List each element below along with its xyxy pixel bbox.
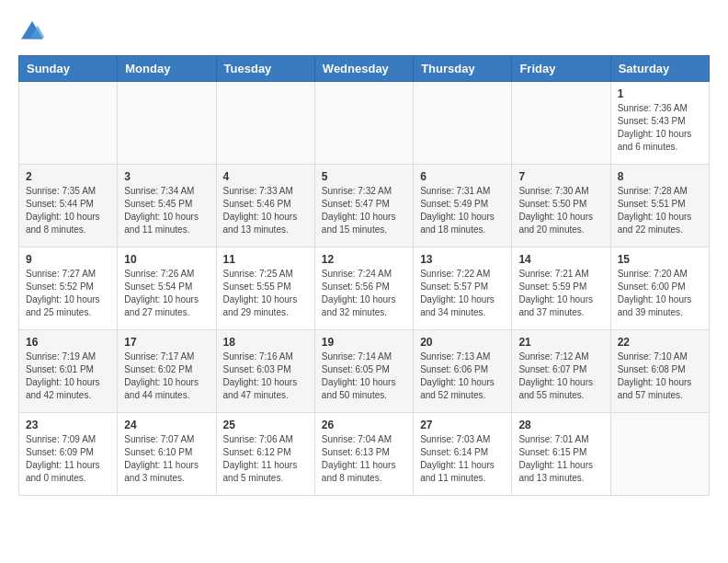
weekday-header-monday: Monday <box>118 56 216 82</box>
logo-icon <box>18 18 46 46</box>
day-number: 3 <box>124 170 209 183</box>
day-number: 4 <box>223 170 308 183</box>
day-info: Sunrise: 7:24 AM Sunset: 5:56 PM Dayligh… <box>322 268 406 319</box>
calendar-cell: 19Sunrise: 7:14 AM Sunset: 6:05 PM Dayli… <box>314 330 413 413</box>
calendar-week-3: 9Sunrise: 7:27 AM Sunset: 5:52 PM Daylig… <box>19 247 710 330</box>
day-number: 19 <box>322 336 406 349</box>
calendar-cell: 11Sunrise: 7:25 AM Sunset: 5:55 PM Dayli… <box>216 247 314 330</box>
day-info: Sunrise: 7:32 AM Sunset: 5:47 PM Dayligh… <box>322 185 406 236</box>
day-info: Sunrise: 7:27 AM Sunset: 5:52 PM Dayligh… <box>26 268 110 319</box>
day-info: Sunrise: 7:03 AM Sunset: 6:14 PM Dayligh… <box>420 433 505 485</box>
day-info: Sunrise: 7:25 AM Sunset: 5:55 PM Dayligh… <box>223 268 308 319</box>
calendar-cell <box>512 82 610 165</box>
calendar-cell: 9Sunrise: 7:27 AM Sunset: 5:52 PM Daylig… <box>19 247 118 330</box>
calendar-cell: 6Sunrise: 7:31 AM Sunset: 5:49 PM Daylig… <box>414 165 512 247</box>
calendar-cell: 12Sunrise: 7:24 AM Sunset: 5:56 PM Dayli… <box>314 247 413 330</box>
calendar-cell: 1Sunrise: 7:36 AM Sunset: 5:43 PM Daylig… <box>610 82 709 165</box>
day-number: 21 <box>518 336 603 349</box>
day-number: 27 <box>420 419 505 431</box>
day-info: Sunrise: 7:12 AM Sunset: 6:07 PM Dayligh… <box>518 350 603 402</box>
calendar-cell: 27Sunrise: 7:03 AM Sunset: 6:14 PM Dayli… <box>414 413 512 496</box>
day-number: 16 <box>26 336 110 349</box>
day-number: 2 <box>26 170 110 183</box>
day-number: 9 <box>26 253 110 266</box>
calendar-cell: 16Sunrise: 7:19 AM Sunset: 6:01 PM Dayli… <box>19 330 118 413</box>
calendar-cell <box>118 82 216 165</box>
day-number: 5 <box>322 170 406 183</box>
calendar-cell: 14Sunrise: 7:21 AM Sunset: 5:59 PM Dayli… <box>512 247 610 330</box>
calendar-cell <box>610 413 709 496</box>
calendar-cell: 3Sunrise: 7:34 AM Sunset: 5:45 PM Daylig… <box>118 165 216 247</box>
day-info: Sunrise: 7:30 AM Sunset: 5:50 PM Dayligh… <box>518 185 603 236</box>
day-number: 8 <box>618 170 702 183</box>
calendar-cell: 22Sunrise: 7:10 AM Sunset: 6:08 PM Dayli… <box>610 330 709 413</box>
weekday-header-tuesday: Tuesday <box>216 56 314 82</box>
day-info: Sunrise: 7:21 AM Sunset: 5:59 PM Dayligh… <box>518 268 603 319</box>
weekday-header-wednesday: Wednesday <box>314 56 413 82</box>
day-number: 14 <box>518 253 603 266</box>
calendar-cell: 2Sunrise: 7:35 AM Sunset: 5:44 PM Daylig… <box>19 165 118 247</box>
day-info: Sunrise: 7:20 AM Sunset: 6:00 PM Dayligh… <box>618 268 702 319</box>
day-info: Sunrise: 7:04 AM Sunset: 6:13 PM Dayligh… <box>322 433 406 485</box>
calendar-cell <box>414 82 512 165</box>
day-number: 26 <box>322 419 406 431</box>
calendar-week-2: 2Sunrise: 7:35 AM Sunset: 5:44 PM Daylig… <box>19 165 710 247</box>
calendar-cell: 13Sunrise: 7:22 AM Sunset: 5:57 PM Dayli… <box>414 247 512 330</box>
calendar-cell: 25Sunrise: 7:06 AM Sunset: 6:12 PM Dayli… <box>216 413 314 496</box>
day-number: 10 <box>124 253 209 266</box>
page-header <box>18 18 710 46</box>
day-number: 22 <box>618 336 702 349</box>
calendar-cell: 7Sunrise: 7:30 AM Sunset: 5:50 PM Daylig… <box>512 165 610 247</box>
weekday-header-row: SundayMondayTuesdayWednesdayThursdayFrid… <box>19 56 710 82</box>
calendar-cell: 5Sunrise: 7:32 AM Sunset: 5:47 PM Daylig… <box>314 165 413 247</box>
day-info: Sunrise: 7:33 AM Sunset: 5:46 PM Dayligh… <box>223 185 308 236</box>
day-info: Sunrise: 7:35 AM Sunset: 5:44 PM Dayligh… <box>26 185 110 236</box>
calendar-cell <box>216 82 314 165</box>
day-info: Sunrise: 7:13 AM Sunset: 6:06 PM Dayligh… <box>420 350 505 402</box>
calendar-cell: 26Sunrise: 7:04 AM Sunset: 6:13 PM Dayli… <box>314 413 413 496</box>
day-info: Sunrise: 7:17 AM Sunset: 6:02 PM Dayligh… <box>124 350 209 402</box>
day-info: Sunrise: 7:31 AM Sunset: 5:49 PM Dayligh… <box>420 185 505 236</box>
calendar-cell: 10Sunrise: 7:26 AM Sunset: 5:54 PM Dayli… <box>118 247 216 330</box>
day-number: 28 <box>518 419 603 431</box>
day-info: Sunrise: 7:34 AM Sunset: 5:45 PM Dayligh… <box>124 185 209 236</box>
calendar-week-5: 23Sunrise: 7:09 AM Sunset: 6:09 PM Dayli… <box>19 413 710 496</box>
day-info: Sunrise: 7:10 AM Sunset: 6:08 PM Dayligh… <box>618 350 702 402</box>
calendar-cell <box>19 82 118 165</box>
day-info: Sunrise: 7:09 AM Sunset: 6:09 PM Dayligh… <box>26 433 110 485</box>
day-number: 1 <box>618 87 702 100</box>
weekday-header-thursday: Thursday <box>414 56 512 82</box>
day-info: Sunrise: 7:07 AM Sunset: 6:10 PM Dayligh… <box>124 433 209 485</box>
day-number: 25 <box>223 419 308 431</box>
logo <box>18 18 50 46</box>
calendar-cell: 23Sunrise: 7:09 AM Sunset: 6:09 PM Dayli… <box>19 413 118 496</box>
weekday-header-sunday: Sunday <box>19 56 118 82</box>
calendar-cell: 21Sunrise: 7:12 AM Sunset: 6:07 PM Dayli… <box>512 330 610 413</box>
day-number: 11 <box>223 253 308 266</box>
calendar-table: SundayMondayTuesdayWednesdayThursdayFrid… <box>18 55 710 496</box>
calendar-cell: 15Sunrise: 7:20 AM Sunset: 6:00 PM Dayli… <box>610 247 709 330</box>
day-number: 24 <box>124 419 209 431</box>
day-number: 13 <box>420 253 505 266</box>
day-number: 12 <box>322 253 406 266</box>
day-number: 20 <box>420 336 505 349</box>
weekday-header-friday: Friday <box>512 56 610 82</box>
day-number: 23 <box>26 419 110 431</box>
day-info: Sunrise: 7:19 AM Sunset: 6:01 PM Dayligh… <box>26 350 110 402</box>
day-info: Sunrise: 7:14 AM Sunset: 6:05 PM Dayligh… <box>322 350 406 402</box>
calendar-cell: 24Sunrise: 7:07 AM Sunset: 6:10 PM Dayli… <box>118 413 216 496</box>
day-info: Sunrise: 7:16 AM Sunset: 6:03 PM Dayligh… <box>223 350 308 402</box>
calendar-cell: 4Sunrise: 7:33 AM Sunset: 5:46 PM Daylig… <box>216 165 314 247</box>
day-info: Sunrise: 7:22 AM Sunset: 5:57 PM Dayligh… <box>420 268 505 319</box>
day-number: 18 <box>223 336 308 349</box>
day-info: Sunrise: 7:36 AM Sunset: 5:43 PM Dayligh… <box>618 102 702 154</box>
day-info: Sunrise: 7:26 AM Sunset: 5:54 PM Dayligh… <box>124 268 209 319</box>
calendar-cell: 18Sunrise: 7:16 AM Sunset: 6:03 PM Dayli… <box>216 330 314 413</box>
day-number: 7 <box>518 170 603 183</box>
calendar-week-1: 1Sunrise: 7:36 AM Sunset: 5:43 PM Daylig… <box>19 82 710 165</box>
day-number: 6 <box>420 170 505 183</box>
day-info: Sunrise: 7:28 AM Sunset: 5:51 PM Dayligh… <box>618 185 702 236</box>
calendar-week-4: 16Sunrise: 7:19 AM Sunset: 6:01 PM Dayli… <box>19 330 710 413</box>
calendar-cell <box>314 82 413 165</box>
calendar-cell: 8Sunrise: 7:28 AM Sunset: 5:51 PM Daylig… <box>610 165 709 247</box>
